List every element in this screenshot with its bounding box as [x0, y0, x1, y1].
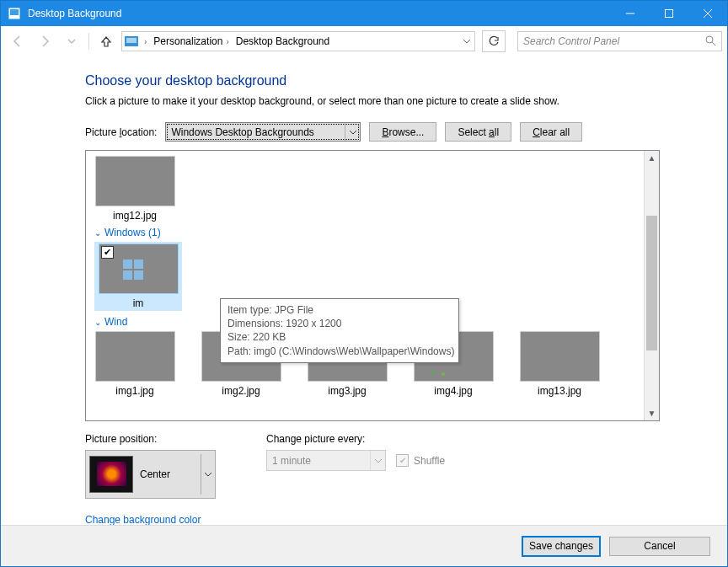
wallpaper-item[interactable]: img12.jpg — [94, 156, 175, 222]
chevron-down-icon — [370, 451, 385, 470]
picture-location-label: Picture location: — [85, 126, 157, 138]
tooltip-line: Item type: JPG File — [228, 303, 452, 317]
position-preview — [89, 456, 133, 493]
wallpaper-caption: img1.jpg — [115, 385, 153, 397]
svg-line-9 — [712, 42, 715, 45]
combo-value: Center — [140, 468, 194, 480]
scroll-track[interactable] — [645, 165, 659, 406]
tooltip-line: Path: img0 (C:\Windows\Web\Wallpaper\Win… — [228, 345, 452, 358]
wallpaper-caption: img13.jpg — [538, 385, 581, 397]
combo-value: 1 minute — [267, 455, 370, 467]
chevron-down-icon: ⌄ — [94, 318, 101, 327]
chevron-down-icon — [201, 454, 215, 495]
page-heading: Choose your desktop background — [85, 73, 660, 88]
tooltip: Item type: JPG File Dimensions: 1920 x 1… — [220, 298, 459, 363]
app-icon — [8, 7, 21, 20]
wallpaper-item[interactable]: img13.jpg — [519, 331, 600, 397]
checkbox-icon: ✔ — [396, 454, 409, 467]
combo-value: Windows Desktop Backgrounds — [166, 126, 345, 138]
wallpaper-item-selected[interactable]: ✔ im — [94, 242, 182, 311]
refresh-button[interactable] — [482, 30, 506, 52]
scroll-down-button[interactable]: ▼ — [645, 406, 659, 420]
wallpaper-caption: img2.jpg — [222, 385, 260, 397]
tooltip-line: Size: 220 KB — [228, 330, 452, 344]
nav-bar: › Personalization› Desktop Background Se… — [1, 26, 727, 56]
title-bar: Desktop Background — [1, 1, 727, 26]
picture-location-combo[interactable]: Windows Desktop Backgrounds — [165, 122, 361, 142]
save-changes-button[interactable]: Save changes — [522, 536, 601, 557]
maximize-button[interactable] — [650, 1, 688, 26]
shuffle-checkbox: ✔ Shuffle — [396, 454, 445, 467]
thumbnail — [95, 331, 175, 382]
chevron-down-icon — [345, 123, 360, 141]
wallpaper-item[interactable]: img1.jpg — [94, 331, 175, 397]
address-bar[interactable]: › Personalization› Desktop Background — [121, 31, 475, 51]
minimize-button[interactable] — [611, 1, 650, 26]
intro-text: Click a picture to make it your desktop … — [85, 95, 660, 107]
chevron-down-icon: ⌄ — [94, 228, 101, 238]
browse-button[interactable]: Browse... — [369, 122, 436, 142]
scroll-thumb[interactable] — [646, 216, 657, 350]
up-button[interactable] — [94, 29, 118, 53]
wallpaper-caption: img4.jpg — [434, 385, 472, 397]
crumb-root[interactable]: › — [141, 32, 150, 51]
address-dropdown[interactable] — [459, 38, 474, 45]
picture-position-label: Picture position: — [85, 433, 216, 445]
recent-dropdown[interactable] — [60, 29, 83, 53]
forward-button[interactable] — [33, 29, 56, 53]
change-bg-color-link[interactable]: Change background color — [85, 514, 201, 526]
back-button[interactable] — [6, 29, 29, 53]
chevron-right-icon: › — [226, 37, 228, 46]
window-title: Desktop Background — [28, 8, 121, 19]
svg-rect-3 — [666, 10, 673, 18]
control-panel-icon — [122, 36, 141, 46]
crumb-personalization[interactable]: Personalization› — [150, 32, 232, 51]
scrollbar[interactable]: ▲ ▼ — [644, 151, 659, 420]
search-placeholder: Search Control Panel — [523, 35, 704, 47]
change-every-label: Change picture every: — [266, 433, 445, 445]
group-header-windows[interactable]: ⌄ Windows (1) — [94, 227, 636, 238]
thumbnail — [95, 156, 175, 206]
scroll-up-button[interactable]: ▲ — [645, 151, 659, 165]
close-button[interactable] — [688, 1, 727, 26]
svg-point-8 — [706, 36, 713, 43]
cancel-button[interactable]: Cancel — [609, 537, 710, 556]
wallpaper-caption: img3.jpg — [328, 385, 366, 397]
svg-rect-7 — [126, 38, 136, 43]
wallpaper-caption: img12.jpg — [113, 210, 157, 222]
footer: Save changes Cancel — [1, 525, 727, 566]
divider — [88, 33, 89, 50]
select-all-button[interactable]: Select all — [445, 122, 511, 142]
thumbnail — [520, 331, 600, 382]
search-input[interactable]: Search Control Panel — [517, 31, 722, 51]
svg-rect-1 — [10, 9, 19, 15]
change-every-combo: 1 minute — [266, 450, 386, 471]
wallpaper-caption: im — [133, 297, 144, 309]
thumbnail: ✔ — [99, 243, 179, 294]
clear-all-button[interactable]: Clear all — [520, 122, 582, 142]
crumb-desktop-background[interactable]: Desktop Background — [233, 32, 333, 51]
search-icon — [704, 35, 716, 49]
checkbox-checked-icon[interactable]: ✔ — [101, 246, 114, 259]
chevron-right-icon: › — [144, 37, 147, 46]
wallpaper-list: img12.jpg ⌄ Windows (1) ✔ im — [85, 150, 660, 421]
picture-position-combo[interactable]: Center — [85, 450, 216, 499]
tooltip-line: Dimensions: 1920 x 1200 — [228, 317, 452, 330]
